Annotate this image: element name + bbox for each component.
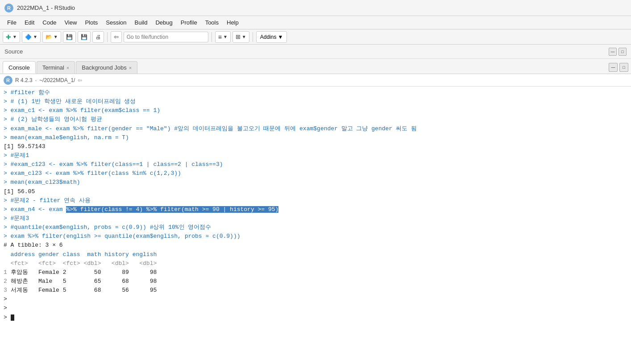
maximize-console-button[interactable]: □ bbox=[619, 63, 628, 72]
menu-profile[interactable]: Profile bbox=[177, 18, 201, 27]
r-version: R 4.2.3 bbox=[15, 77, 33, 83]
addins-label: Addins bbox=[260, 34, 277, 40]
menu-file[interactable]: File bbox=[4, 18, 20, 27]
table-header-row: address gender class math history englis… bbox=[4, 250, 627, 259]
tab-terminal-close[interactable]: × bbox=[66, 65, 69, 70]
save-button[interactable]: 💾 bbox=[63, 31, 76, 43]
open-project-button[interactable]: 🔷 ▼ bbox=[22, 31, 41, 43]
console-line-10: > exam_cl23 <- exam %>% filter(class %in… bbox=[4, 169, 627, 178]
save-icon: 💾 bbox=[66, 34, 73, 40]
addins-arrow: ▼ bbox=[278, 34, 283, 40]
folder-icon: 📂 bbox=[46, 34, 52, 40]
console-output[interactable]: > #filter 함수 > # (1) 1반 학생만 새로운 데이터프레임 생… bbox=[0, 87, 631, 364]
table-data-row-3: 3 서계동 Female 5 68 56 95 bbox=[4, 286, 627, 295]
tab-background-jobs[interactable]: Background Jobs × bbox=[76, 61, 137, 74]
menu-view[interactable]: View bbox=[61, 18, 80, 27]
minimize-console-button[interactable]: — bbox=[609, 63, 618, 72]
console-line-1: > #filter 함수 bbox=[4, 88, 627, 97]
layout-button[interactable]: ⊞ ▼ bbox=[232, 31, 249, 43]
console-path-bar: R R 4.2.3 · ~/2022MDA_1/ ⇦ bbox=[0, 74, 631, 87]
go-to-file-input[interactable] bbox=[124, 32, 208, 42]
cursor bbox=[11, 314, 14, 321]
toolbar-separator-2 bbox=[212, 32, 212, 42]
source-label: Source bbox=[4, 48, 23, 55]
highlighted-code: %>% filter(class != 4) %>% filter(math >… bbox=[66, 206, 278, 213]
tab-background-jobs-close[interactable]: × bbox=[129, 65, 132, 70]
code-menu-icon: ≡ bbox=[218, 33, 222, 41]
open-folder-button[interactable]: 📂 ▼ bbox=[42, 31, 61, 43]
toolbar-separator-1 bbox=[107, 32, 108, 42]
empty-prompt-2: > bbox=[4, 304, 627, 313]
print-button[interactable]: 🖨 bbox=[92, 31, 104, 43]
maximize-source-button[interactable]: □ bbox=[619, 48, 627, 56]
console-line-11: > mean(exam_cl23$math) bbox=[4, 178, 627, 187]
maximize-icon: □ bbox=[621, 50, 623, 54]
new-file-button[interactable]: ✚ ▼ bbox=[3, 31, 20, 43]
window-title: 2022MDA_1 - RStudio bbox=[17, 4, 75, 11]
print-icon: 🖨 bbox=[95, 34, 101, 40]
tab-terminal[interactable]: Terminal × bbox=[37, 61, 75, 74]
new-icon: ✚ bbox=[6, 33, 11, 41]
console-line-6: > mean(exam_male$english, na.rm = T) bbox=[4, 133, 627, 142]
menu-session[interactable]: Session bbox=[102, 18, 130, 27]
tabs-container: Console Terminal × Background Jobs × bbox=[3, 61, 138, 74]
table-types-row: <fct> <fct> <fct> <dbl> <dbl> <dbl> bbox=[4, 259, 627, 268]
tab-terminal-label: Terminal bbox=[42, 64, 64, 71]
empty-prompt-1: > bbox=[4, 295, 627, 304]
menu-help[interactable]: Help bbox=[223, 18, 242, 27]
console-inner: > #filter 함수 > # (1) 1반 학생만 새로운 데이터프레임 생… bbox=[0, 87, 631, 364]
console-line-17: > exam %>% filter(english >= quantile(ex… bbox=[4, 232, 627, 241]
save-all-button[interactable]: 💾 bbox=[78, 31, 91, 43]
console-line-16: > #quantile(exam$english, probs = c(0.9)… bbox=[4, 223, 627, 232]
console-line-3: > exam_c1 <- exam %>% filter(exam$class … bbox=[4, 106, 627, 115]
menu-plots[interactable]: Plots bbox=[81, 18, 101, 27]
console-line-4: > # (2) 남학생들의 영어시험 평균 bbox=[4, 115, 627, 124]
tab-buttons: — □ bbox=[609, 63, 628, 74]
console-line-5: > exam_male <- exam %>% filter(gender ==… bbox=[4, 124, 627, 133]
table-data-row-2: 2 해방촌 Male 5 65 68 98 bbox=[4, 277, 627, 286]
console-line-9: > #exam_c123 <- exam %>% filter(class==1… bbox=[4, 160, 627, 169]
tab-background-jobs-label: Background Jobs bbox=[82, 64, 126, 71]
cursor-prompt: > bbox=[4, 313, 627, 322]
toolbar-separator-3 bbox=[253, 32, 253, 42]
menu-tools[interactable]: Tools bbox=[202, 18, 222, 27]
layout-icon: ⊞ bbox=[236, 33, 241, 40]
open-dropdown-icon: ▼ bbox=[33, 34, 37, 39]
tab-console-label: Console bbox=[8, 64, 30, 71]
console-line-13: > #문제2 - filter 연속 사용 bbox=[4, 196, 627, 205]
minimize-console-icon: — bbox=[611, 65, 615, 70]
minimize-icon: — bbox=[611, 50, 615, 54]
console-line-15: > #문제3 bbox=[4, 214, 627, 223]
menu-edit[interactable]: Edit bbox=[21, 18, 38, 27]
path-navigate-icon[interactable]: ⇦ bbox=[78, 77, 82, 83]
save-all-icon: 💾 bbox=[81, 34, 87, 40]
open-project-icon: 🔷 bbox=[25, 34, 32, 40]
tab-console[interactable]: Console bbox=[3, 61, 36, 74]
app-icon: R bbox=[4, 4, 13, 12]
menu-bar: File Edit Code View Plots Session Build … bbox=[0, 16, 631, 29]
path-separator: · bbox=[35, 77, 37, 83]
working-directory: ~/2022MDA_1/ bbox=[39, 77, 75, 83]
folder-dropdown-icon: ▼ bbox=[54, 34, 58, 39]
back-button[interactable]: ⇦ bbox=[111, 31, 122, 43]
source-panel-header: Source — □ bbox=[0, 45, 631, 59]
code-menu-arrow: ▼ bbox=[223, 34, 228, 39]
console-line-12: [1] 56.05 bbox=[4, 187, 627, 196]
menu-build[interactable]: Build bbox=[131, 18, 151, 27]
minimize-source-button[interactable]: — bbox=[609, 48, 617, 56]
console-line-18: # A tibble: 3 × 6 bbox=[4, 241, 627, 250]
back-icon: ⇦ bbox=[114, 33, 119, 40]
addins-button[interactable]: Addins ▼ bbox=[256, 31, 287, 43]
console-line-2: > # (1) 1반 학생만 새로운 데이터프레임 생성 bbox=[4, 97, 627, 106]
console-tabs: Console Terminal × Background Jobs × — □ bbox=[0, 59, 631, 74]
console-line-14: > exam_n4 <- exam %>% filter(class != 4)… bbox=[4, 205, 627, 214]
table-data-row-1: 1 후암동 Female 2 50 89 98 bbox=[4, 268, 627, 277]
console-panel: Console Terminal × Background Jobs × — □ bbox=[0, 59, 631, 364]
console-line-8: > #문제1 bbox=[4, 151, 627, 160]
maximize-console-icon: □ bbox=[623, 65, 625, 70]
menu-debug[interactable]: Debug bbox=[152, 18, 176, 27]
menu-code[interactable]: Code bbox=[39, 18, 60, 27]
code-menu-button[interactable]: ≡ ▼ bbox=[215, 31, 231, 43]
layout-arrow: ▼ bbox=[242, 34, 246, 39]
source-icons: — □ bbox=[609, 48, 627, 56]
